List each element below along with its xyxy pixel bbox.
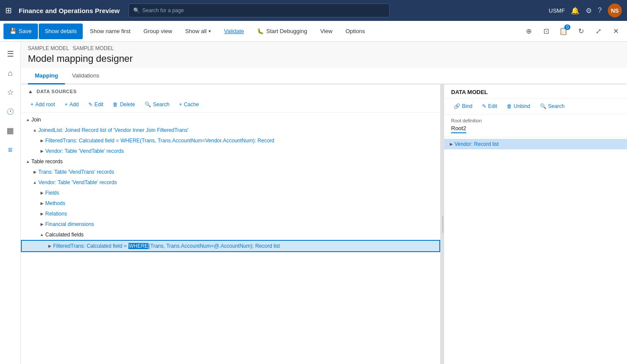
start-debugging-button[interactable]: 🐛 Start Debugging [251,24,313,39]
tree-node-relations[interactable]: ▶ Relations [21,209,440,219]
datasources-header: DATA SOURCES [35,89,77,94]
tree-node-fields[interactable]: ▶ Fields [21,188,440,198]
show-name-first-label: Show name first [90,28,130,34]
view-button[interactable]: View [314,24,338,39]
datamodel-header: DATA MODEL [444,84,627,98]
left-panel: ▲ DATA SOURCES + Add root + Add ✎ Edit [21,84,442,364]
expander-join[interactable]: ▲ [24,116,31,123]
sidebar-item-recent[interactable]: 🕐 [2,103,19,120]
cache-button[interactable]: + Cache [175,98,203,111]
tab-mapping[interactable]: Mapping [28,68,65,84]
open-external-icon[interactable]: ⤢ [590,24,606,39]
tree-node-filteredtrans-1[interactable]: ▶ FilteredTrans: Calculated field = WHER… [21,135,440,146]
node-text-financialdimensions: Financial dimensions [45,221,94,227]
view-label: View [320,28,332,34]
expander-joinedlist[interactable]: ▲ [31,127,38,134]
fullscreen-icon[interactable]: ⊡ [538,24,554,39]
node-text-join: Join [31,117,41,123]
bind-button[interactable]: 🔗 Bind [449,100,477,112]
debug-icon: 🐛 [257,28,264,34]
refresh-icon[interactable]: ↻ [573,24,589,39]
show-all-button[interactable]: Show all ▾ [179,24,217,39]
expander-vendor-2[interactable]: ▲ [31,179,38,186]
validate-label: Validate [224,28,244,34]
delete-label: Delete [120,101,135,108]
node-text-methods: Methods [45,200,65,206]
unbind-label: Unbind [514,103,530,109]
personalize-icon[interactable]: ⊕ [521,24,536,39]
group-view-label: Group view [144,28,172,34]
left-panel-collapse-btn[interactable]: ▲ [26,87,35,96]
close-icon[interactable]: ✕ [608,24,624,39]
expander-methods[interactable]: ▶ [38,200,45,207]
options-button[interactable]: Options [339,24,371,39]
sidebar-item-workspaces[interactable]: ▦ [2,122,19,139]
grid-icon[interactable]: ⊞ [5,6,12,15]
delete-trash-icon: 🗑 [113,101,118,108]
expander-financialdimensions[interactable]: ▶ [38,221,45,228]
tree-node-methods[interactable]: ▶ Methods [21,198,440,209]
delete-button[interactable]: 🗑 Delete [108,98,139,111]
tree-node-tablerecords[interactable]: ▲ Table records [21,156,440,167]
show-all-label: Show all [185,28,206,34]
tree-node-financialdimensions[interactable]: ▶ Financial dimensions [21,219,440,229]
expander-filteredtrans-1[interactable]: ▶ [38,137,45,144]
search-button[interactable]: 🔍 Search [140,98,174,111]
toolbar: 💾 Save Show details Show name first Grou… [0,21,627,42]
node-text-filteredtrans-highlighted: FilteredTrans: Calculated field = WHERE(… [53,243,280,249]
hamburger-icon[interactable]: ☰ [2,45,19,63]
expander-vendor-1[interactable]: ▶ [38,148,45,155]
datasources-toolbar: + Add root + Add ✎ Edit 🗑 Delete [21,97,440,113]
expander-filteredtrans-highlighted[interactable]: ▶ [46,243,53,249]
breadcrumb: SAMPLE MODEL SAMPLE MODEL [21,42,627,51]
edit-button[interactable]: ✎ Edit [84,98,108,111]
tree-node-vendor-recordlist[interactable]: ▶ Vendor: Record list [444,139,627,149]
bind-link-icon: 🔗 [454,103,460,109]
node-text-vendor-recordlist: Vendor: Record list [455,141,499,147]
tree-node-join[interactable]: ▲ Join [21,115,440,125]
help-icon[interactable]: ? [598,7,602,14]
dm-search-label: Search [548,103,565,109]
save-label: Save [19,28,32,34]
tab-validations[interactable]: Validations [65,68,106,84]
expander-tablerecords[interactable]: ▲ [24,158,31,165]
node-text-calculatedfields: Calculated fields [45,232,84,238]
breadcrumb-part1: SAMPLE MODEL [28,45,69,51]
root-definition-value: Root2 [451,125,466,133]
notification-icon[interactable]: 🔔 [571,7,580,15]
tree-node-vendor-1[interactable]: ▶ Vendor: Table 'VendTable' records [21,146,440,156]
organization-label: USMF [549,7,565,14]
sidebar-item-home[interactable]: ⌂ [2,64,19,82]
split-panel: ▲ DATA SOURCES + Add root + Add ✎ Edit [21,84,627,364]
settings-icon[interactable]: ⚙ [586,7,592,15]
expander-vendor-recordlist[interactable]: ▶ [448,141,455,148]
expander-relations[interactable]: ▶ [38,210,45,217]
tree-node-calculatedfields[interactable]: ▲ Calculated fields [21,229,440,240]
add-button[interactable]: + Add [60,98,83,111]
unbind-button[interactable]: 🗑 Unbind [502,100,535,112]
tree-node-vendor-2[interactable]: ▲ Vendor: Table 'VendTable' records [21,177,440,188]
group-view-button[interactable]: Group view [138,24,179,39]
tree-node-filteredtrans-highlighted[interactable]: ▶ FilteredTrans: Calculated field = WHER… [21,240,440,252]
expander-calculatedfields[interactable]: ▲ [38,231,45,238]
tree-node-trans[interactable]: ▶ Trans: Table 'VendTrans' records [21,167,440,177]
datamodel-tree: ▶ Vendor: Record list [444,137,627,364]
dm-search-button[interactable]: 🔍 Search [536,100,569,112]
save-icon: 💾 [10,28,17,34]
add-root-button[interactable]: + Add root [26,98,59,111]
sidebar-item-favorites[interactable]: ☆ [2,84,19,101]
show-name-first-button[interactable]: Show name first [84,24,136,39]
dm-edit-button[interactable]: ✎ Edit [478,100,502,112]
tree-node-joinedlist[interactable]: ▲ JoinedList: Joined Record list of 'Ven… [21,125,440,135]
expander-trans[interactable]: ▶ [31,169,38,175]
bind-label: Bind [462,103,472,109]
validate-button[interactable]: Validate [218,24,250,39]
datasources-tree: ▲ Join ▲ JoinedList: Joined Record list … [21,113,440,364]
sidebar-item-modules[interactable]: ≡ [2,141,19,158]
expander-fields[interactable]: ▶ [38,189,45,196]
badge-icon[interactable]: 0 📋 [556,24,571,39]
save-button[interactable]: 💾 Save [3,24,38,39]
show-details-button[interactable]: Show details [39,24,83,39]
global-search-bar[interactable]: 🔍 Search for a page [128,3,390,17]
user-avatar[interactable]: NS [608,3,622,17]
